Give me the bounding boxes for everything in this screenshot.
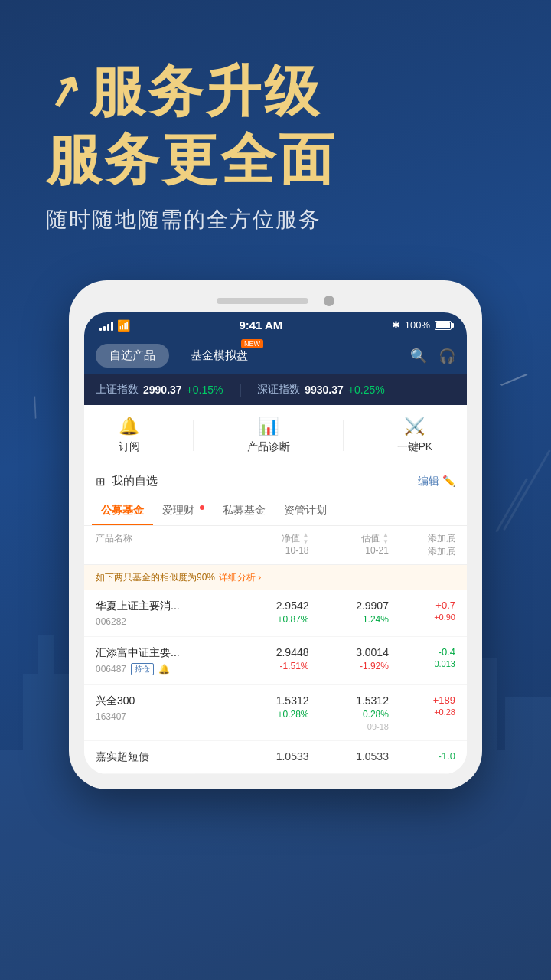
sz-change: +0.25%: [348, 384, 385, 396]
subscribe-icon: 🔔: [119, 416, 139, 436]
fund-code-row-2: 006487 持仓 🔔: [96, 663, 229, 675]
similarity-link[interactable]: 详细分析 ›: [219, 571, 261, 584]
action-diagnose[interactable]: 📊 产品诊断: [247, 416, 290, 454]
fund-tag-2: 持仓: [131, 663, 154, 675]
action-divider-2: [343, 420, 344, 451]
sz-label: 深证指数: [257, 383, 300, 397]
tab-asset-mgmt-label: 资管计划: [284, 504, 327, 516]
tab-private-fund[interactable]: 私募基金: [214, 496, 275, 525]
table-header: 产品名称 净值 ▲ ▼ 10-18 估值: [84, 526, 467, 565]
wifi-icon: 📶: [117, 319, 130, 332]
tab-wealth-label: 爱理财: [162, 504, 194, 516]
fund-est-change-2: -1.92%: [309, 661, 389, 671]
fund-nav-3: 1.5312 +0.28%: [229, 694, 308, 720]
fund-est-value-3: 1.5312: [309, 694, 389, 707]
fund-nav-value-2: 2.9448: [229, 646, 308, 658]
col-header-est[interactable]: 估值 ▲ ▼ 10-21: [309, 532, 389, 558]
tab-private-fund-label: 私募基金: [223, 504, 266, 516]
fund-nav-change-1: +0.87%: [229, 614, 308, 625]
fund-info-2: 汇添富中证主要... 006487 持仓 🔔: [96, 646, 229, 675]
new-badge: NEW: [241, 339, 263, 348]
phone-mockup: 📶 9:41 AM ✱ 100% 自选产品 基金模拟盘: [69, 280, 482, 789]
col-header-add: 添加底 添加底: [389, 532, 455, 558]
hero-title-row: ↗ 服务升级: [46, 61, 505, 122]
fund-nav-value-4: 1.0533: [229, 750, 308, 763]
diagnose-icon: 📊: [258, 416, 279, 436]
nav-icons: 🔍 🎧: [410, 348, 455, 364]
watchlist-title-text: 我的自选: [112, 474, 158, 488]
hero-line2: 服务更全面: [46, 129, 505, 190]
fund-code-2: 006487: [96, 664, 126, 675]
fund-est-3: 1.5312 +0.28% 09-18: [309, 694, 389, 731]
watchlist-header: ⊞ 我的自选 编辑 ✏️: [84, 466, 467, 496]
fund-row[interactable]: 华夏上证主要消... 006282 2.9542 +0.87% 2.9907 +…: [84, 590, 467, 637]
wealth-dot: [200, 505, 204, 510]
watchlist-edit-button[interactable]: 编辑 ✏️: [418, 475, 455, 488]
search-icon[interactable]: 🔍: [410, 348, 427, 364]
nav-tab-fund-sim[interactable]: 基金模拟盘 NEW: [177, 344, 262, 368]
tab-public-fund[interactable]: 公募基金: [92, 496, 153, 525]
action-row: 🔔 订阅 📊 产品诊断 ⚔️ 一键PK: [84, 405, 467, 466]
sh-label: 上证指数: [96, 383, 139, 397]
fund-est-2: 3.0014 -1.92%: [309, 646, 389, 671]
watchlist-title: ⊞ 我的自选: [96, 474, 158, 488]
fund-nav-value-3: 1.5312: [229, 694, 308, 707]
est-sort: ▲ ▼: [383, 532, 389, 545]
fund-add-value-1: +0.7: [389, 599, 455, 611]
bluetooth-icon: ✱: [392, 319, 400, 331]
hero-arrow-icon: ↗: [40, 63, 87, 120]
pk-label: 一键PK: [397, 440, 433, 454]
tab-public-fund-label: 公募基金: [101, 504, 144, 516]
fund-add-3: +189 +0.28: [389, 694, 455, 717]
fund-nav-value-1: 2.9542: [229, 599, 308, 612]
fund-nav-1: 2.9542 +0.87%: [229, 599, 308, 625]
battery-fill: [436, 322, 450, 328]
fund-est-1: 2.9907 +1.24%: [309, 599, 389, 625]
action-pk[interactable]: ⚔️ 一键PK: [397, 416, 433, 454]
sh-value: 2990.37: [143, 384, 182, 396]
fund-name-1: 华夏上证主要消...: [96, 599, 229, 613]
fund-row[interactable]: 兴全300 163407 1.5312 +0.28% 1.5312 +0.28%…: [84, 685, 467, 741]
tab-wealth[interactable]: 爱理财: [153, 496, 214, 525]
fund-row[interactable]: 嘉实超短债 1.0533 1.0533 -1.0: [84, 741, 467, 774]
tab-asset-mgmt[interactable]: 资管计划: [275, 496, 336, 525]
pk-icon: ⚔️: [404, 416, 425, 436]
subscribe-label: 订阅: [119, 440, 140, 454]
col-header-est-text: 估值: [361, 532, 380, 545]
battery-percent: 100%: [405, 319, 430, 331]
col-header-add-text: 添加底: [389, 532, 455, 545]
signal-bar-2: [103, 326, 106, 331]
fund-est-change-1: +1.24%: [309, 614, 389, 625]
fund-row[interactable]: 汇添富中证主要... 006487 持仓 🔔 2.9448 -1.51% 3.0…: [84, 637, 467, 685]
similarity-notice: 如下两只基金的相似度为90% 详细分析 ›: [84, 565, 467, 590]
status-time: 9:41 AM: [239, 318, 282, 332]
phone-notch: [84, 296, 467, 306]
action-subscribe[interactable]: 🔔 订阅: [119, 416, 140, 454]
fund-nav-change-3: +0.28%: [229, 709, 308, 720]
edit-icon: ✏️: [442, 475, 455, 487]
fund-info-4: 嘉实超短债: [96, 750, 229, 764]
watchlist-edit-label: 编辑: [418, 475, 439, 487]
signal-bars: [99, 320, 113, 331]
fund-code-row-1: 006282: [96, 616, 229, 627]
fund-name-2: 汇添富中证主要...: [96, 646, 229, 660]
status-left: 📶: [99, 319, 130, 332]
fund-add-2: -0.4 -0.013: [389, 646, 455, 668]
col-header-nav[interactable]: 净值 ▲ ▼ 10-18: [229, 532, 308, 558]
watchlist-icon: ⊞: [96, 475, 106, 488]
headset-icon[interactable]: 🎧: [439, 348, 455, 364]
nav-sort: ▲ ▼: [303, 532, 309, 545]
fund-add-sub-2: -0.013: [389, 659, 455, 668]
fund-add-sub-1: +0.90: [389, 612, 455, 622]
fund-nav-change-2: -1.51%: [229, 661, 308, 671]
sz-ticker: 深证指数 9930.37 +0.25%: [257, 383, 384, 397]
action-divider-1: [193, 420, 194, 451]
col-header-name-text: 产品名称: [96, 533, 132, 544]
fund-bell-2: 🔔: [158, 664, 170, 675]
hero-subtitle: 随时随地随需的全方位服务: [46, 205, 505, 234]
nav-tab-watchlist[interactable]: 自选产品: [96, 344, 169, 368]
fund-add-4: -1.0: [389, 750, 455, 762]
fund-est-date-3: 09-18: [309, 722, 389, 731]
fund-name-3: 兴全300: [96, 694, 229, 708]
sh-change: +0.15%: [187, 384, 223, 396]
